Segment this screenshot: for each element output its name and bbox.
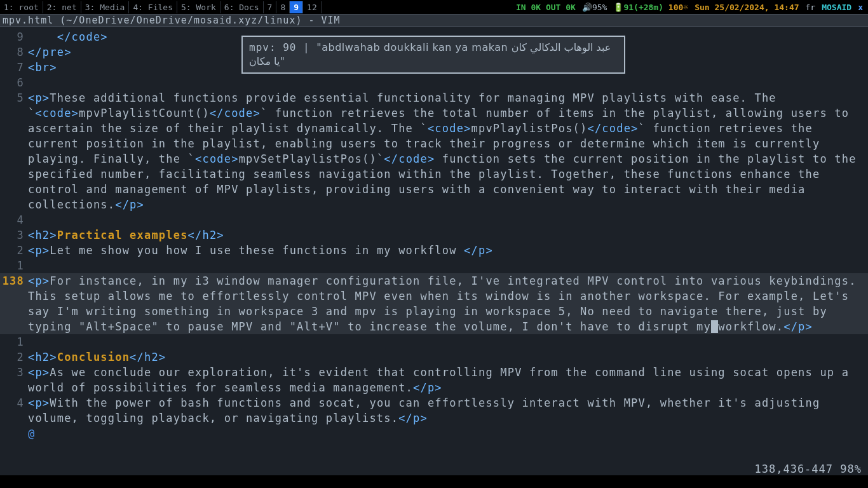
- close-icon[interactable]: x: [858, 3, 863, 12]
- line-number: 2: [0, 243, 28, 258]
- username: MOSAID: [822, 3, 851, 12]
- workspace-4[interactable]: 4: Files: [129, 1, 177, 13]
- line-number: 2: [0, 349, 28, 365]
- workspace-5[interactable]: 5: Work: [177, 1, 220, 13]
- editor-area[interactable]: 9 </code> 8</pre> 7<br> 6 5<p>These addi…: [0, 27, 868, 441]
- line-number: 8: [0, 44, 28, 60]
- line-number: 4: [0, 395, 28, 426]
- brightness-status: 100☼: [668, 3, 688, 12]
- window-title: mpv.html (~/OneDrive/OneDrive/mosaid.xyz…: [0, 14, 868, 27]
- workspace-6[interactable]: 6: Docs: [220, 1, 264, 13]
- notification-text-line1: "abdlwahab doukkali kan ya makan عبد الو…: [316, 41, 611, 53]
- line-number: 1: [0, 258, 28, 273]
- line-number: 3: [0, 227, 28, 243]
- truncation-indicator: @: [28, 426, 868, 441]
- vim-statusbar: 138,436-447 98%: [754, 463, 862, 475]
- line-number: 9: [0, 29, 28, 44]
- workspace-9[interactable]: 9: [290, 1, 303, 13]
- line-number: 5: [0, 90, 28, 212]
- workspace-7[interactable]: 7: [264, 1, 277, 13]
- current-line[interactable]: 138<p>For instance, in my i3 window mana…: [0, 273, 868, 334]
- line-number-absolute: 138: [0, 273, 28, 334]
- workspace-2[interactable]: 2: net: [43, 1, 81, 13]
- notification-prefix: mpv: 90 |: [249, 41, 316, 53]
- workspace-1[interactable]: 1: root: [0, 1, 43, 13]
- workspace-3[interactable]: 3: Media: [81, 1, 130, 13]
- status-tray: IN 0K OUT 0K 🔊95% 🔋91(+28m) 100☼ Sun 25/…: [516, 3, 868, 12]
- workspace-12[interactable]: 12: [303, 1, 322, 13]
- line-number: 3: [0, 365, 28, 395]
- keyboard-layout[interactable]: fr: [806, 3, 816, 12]
- cursor: [711, 320, 718, 333]
- workspace-8[interactable]: 8: [276, 1, 290, 13]
- line-number: 7: [0, 60, 28, 75]
- network-status: IN 0K OUT 0K: [516, 3, 576, 12]
- line-number: 4: [0, 212, 28, 227]
- volume-status[interactable]: 🔊95%: [582, 3, 607, 12]
- workspace-list: 1: root 2: net 3: Media 4: Files 5: Work…: [0, 1, 322, 13]
- line-number: [0, 426, 28, 441]
- line-number: 1: [0, 334, 28, 349]
- notification-text-line2: يا مكان": [249, 55, 285, 67]
- notification-overlay: mpv: 90 | "abdlwahab doukkali kan ya mak…: [241, 36, 625, 74]
- line-number: 6: [0, 75, 28, 90]
- battery-status: 🔋91(+28m): [613, 3, 663, 12]
- datetime: Sun 25/02/2024, 14:47: [695, 3, 799, 12]
- bottom-bar: [0, 475, 868, 488]
- taskbar: 1: root 2: net 3: Media 4: Files 5: Work…: [0, 0, 868, 14]
